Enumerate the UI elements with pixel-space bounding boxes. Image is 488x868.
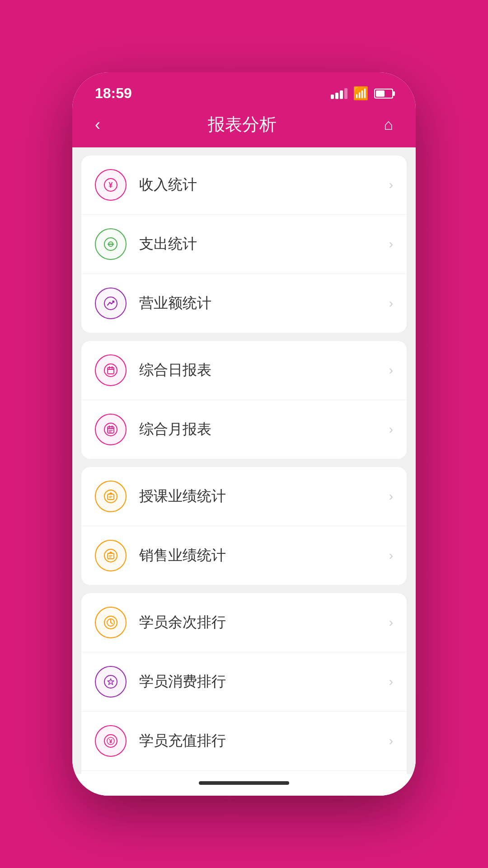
consumption-label: 学员消费排行 bbox=[139, 672, 389, 692]
teaching-icon bbox=[95, 481, 127, 512]
chevron-icon: › bbox=[389, 675, 393, 689]
menu-item-teaching[interactable]: 授课业绩统计 › bbox=[81, 467, 407, 526]
consumption-icon bbox=[95, 666, 127, 698]
chevron-icon: › bbox=[389, 489, 393, 504]
recharge-label: 学员充值排行 bbox=[139, 731, 389, 751]
header: ‹ 报表分析 ⌂ bbox=[72, 106, 416, 147]
remaining-label: 学员余次排行 bbox=[139, 613, 389, 632]
income-icon: ¥ bbox=[95, 169, 127, 201]
sales-label: 销售业绩统计 bbox=[139, 546, 389, 566]
content-area: ¥ 收入统计 › 支出统计 › bbox=[72, 147, 416, 774]
monthly-label: 综合月报表 bbox=[139, 420, 389, 439]
sales-icon bbox=[95, 540, 127, 571]
battery-icon bbox=[374, 89, 393, 99]
recharge-icon: ¥ bbox=[95, 725, 127, 757]
monthly-icon bbox=[95, 414, 127, 445]
status-icons: 📶 bbox=[331, 86, 393, 101]
menu-item-revenue[interactable]: 营业额统计 › bbox=[81, 274, 407, 333]
home-button[interactable]: ⌂ bbox=[384, 116, 393, 133]
page-title: 报表分析 bbox=[208, 113, 277, 136]
menu-item-monthly[interactable]: 综合月报表 › bbox=[81, 400, 407, 459]
chevron-icon: › bbox=[389, 734, 393, 748]
chevron-icon: › bbox=[389, 548, 393, 563]
status-bar: 18:59 📶 bbox=[72, 72, 416, 106]
back-button[interactable]: ‹ bbox=[95, 115, 100, 134]
chevron-icon: › bbox=[389, 422, 393, 437]
phone-frame: 18:59 📶 ‹ 报表分析 ⌂ ¥ bbox=[72, 72, 416, 796]
menu-item-sales[interactable]: 销售业绩统计 › bbox=[81, 526, 407, 585]
svg-rect-7 bbox=[108, 368, 114, 374]
chevron-icon: › bbox=[389, 615, 393, 630]
signal-icon bbox=[331, 88, 347, 99]
menu-item-income[interactable]: ¥ 收入统计 › bbox=[81, 156, 407, 215]
revenue-icon bbox=[95, 288, 127, 319]
menu-item-expense[interactable]: 支出统计 › bbox=[81, 215, 407, 274]
income-label: 收入统计 bbox=[139, 175, 389, 195]
teaching-label: 授课业绩统计 bbox=[139, 486, 389, 506]
svg-text:¥: ¥ bbox=[109, 738, 113, 745]
svg-line-29 bbox=[111, 623, 113, 624]
svg-point-11 bbox=[104, 423, 117, 436]
menu-group-1: ¥ 收入统计 › 支出统计 › bbox=[81, 156, 407, 333]
revenue-label: 营业额统计 bbox=[139, 293, 389, 313]
home-indicator bbox=[199, 781, 289, 785]
menu-group-2: 综合日报表 › 综合月报表 › bbox=[81, 341, 407, 459]
svg-rect-12 bbox=[108, 427, 114, 433]
daily-icon bbox=[95, 354, 127, 386]
menu-item-recharge[interactable]: ¥ 学员充值排行 › bbox=[81, 712, 407, 771]
svg-rect-23 bbox=[108, 553, 114, 559]
svg-text:¥: ¥ bbox=[109, 181, 113, 189]
expense-label: 支出统计 bbox=[139, 234, 389, 254]
chevron-icon: › bbox=[389, 237, 393, 251]
expense-icon bbox=[95, 228, 127, 260]
svg-rect-19 bbox=[108, 494, 114, 500]
menu-item-consumption[interactable]: 学员消费排行 › bbox=[81, 652, 407, 712]
svg-marker-31 bbox=[108, 679, 114, 685]
svg-point-6 bbox=[104, 364, 117, 377]
home-bar bbox=[72, 774, 416, 796]
chevron-icon: › bbox=[389, 363, 393, 377]
status-time: 18:59 bbox=[95, 85, 132, 102]
wifi-icon: 📶 bbox=[353, 86, 369, 101]
menu-item-remaining[interactable]: 学员余次排行 › bbox=[81, 593, 407, 652]
menu-group-3: 授课业绩统计 › 销售业绩统计 › bbox=[81, 467, 407, 585]
menu-item-balance[interactable]: 学员余额排行 › bbox=[81, 771, 407, 774]
chevron-icon: › bbox=[389, 296, 393, 311]
daily-label: 综合日报表 bbox=[139, 360, 389, 380]
menu-item-daily[interactable]: 综合日报表 › bbox=[81, 341, 407, 400]
menu-group-4: 学员余次排行 › 学员消费排行 › ¥ bbox=[81, 593, 407, 774]
chevron-icon: › bbox=[389, 178, 393, 192]
remaining-icon bbox=[95, 607, 127, 638]
